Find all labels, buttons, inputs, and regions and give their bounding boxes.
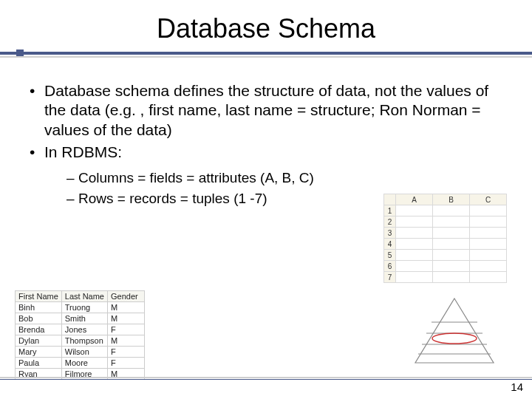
col-header: B bbox=[433, 194, 470, 205]
bullet-item: Database schema defines the structure of… bbox=[30, 81, 502, 140]
table-header: Last Name bbox=[61, 291, 107, 302]
row-header: 2 bbox=[384, 216, 396, 228]
page-title: Database Schema bbox=[0, 13, 532, 44]
row-header: 7 bbox=[384, 272, 396, 283]
spreadsheet-empty: A B C 1 2 3 4 5 6 7 bbox=[383, 194, 507, 283]
table-row: BobSmithM bbox=[16, 313, 145, 324]
sub-bullet-item: Columns = fields = attributes (A, B, C) bbox=[66, 169, 347, 187]
pyramid-diagram bbox=[406, 293, 502, 374]
sub-bullet-text: Columns = fields = attributes (A, B, C) bbox=[78, 169, 314, 187]
page-number: 14 bbox=[511, 381, 523, 393]
footer-divider-accent bbox=[0, 379, 532, 380]
sub-bullet-text: Rows = records = tuples (1 -7) bbox=[78, 190, 267, 208]
bullet-text: In RDBMS: bbox=[44, 143, 502, 162]
content-block: Database schema defines the structure of… bbox=[0, 59, 532, 208]
col-header: A bbox=[396, 194, 433, 205]
bullet-text: Database schema defines the structure of… bbox=[44, 81, 502, 140]
row-header: 3 bbox=[384, 228, 396, 239]
svg-marker-0 bbox=[415, 299, 494, 363]
people-table: First Name Last Name Gender BinhTruongM … bbox=[15, 290, 145, 380]
title-underline bbox=[0, 49, 532, 59]
row-header: 4 bbox=[384, 239, 396, 250]
table-row: MaryWilsonF bbox=[16, 347, 145, 358]
table-header: First Name bbox=[16, 291, 62, 302]
table-row: DylanThompsonM bbox=[16, 335, 145, 347]
sub-bullet-item: Rows = records = tuples (1 -7) bbox=[66, 190, 347, 208]
footer-divider bbox=[0, 377, 532, 378]
row-header: 1 bbox=[384, 205, 396, 216]
table-row: BinhTruongM bbox=[16, 302, 145, 313]
col-header: C bbox=[470, 194, 507, 205]
table-row: BrendaJonesF bbox=[16, 324, 145, 335]
table-row: PaulaMooreF bbox=[16, 358, 145, 369]
bullet-item: In RDBMS: bbox=[30, 143, 502, 162]
table-header: Gender bbox=[107, 291, 144, 302]
row-header: 6 bbox=[384, 261, 396, 272]
row-header: 5 bbox=[384, 250, 396, 261]
